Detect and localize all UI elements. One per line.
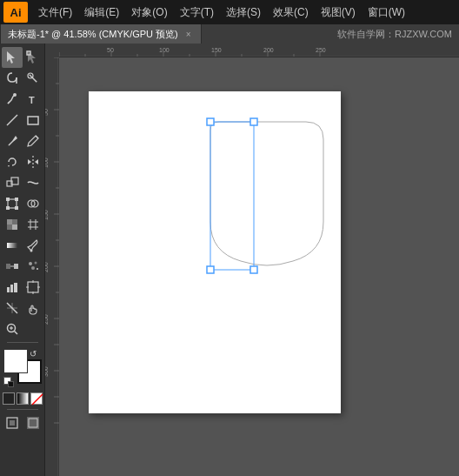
svg-point-37 xyxy=(29,262,32,265)
svg-rect-35 xyxy=(14,264,18,269)
handle-bottom-left[interactable] xyxy=(207,266,214,273)
slice-tool-btn[interactable] xyxy=(2,298,23,318)
svg-marker-13 xyxy=(28,159,31,164)
ai-logo: Ai xyxy=(3,2,28,23)
svg-text:100: 100 xyxy=(45,158,49,168)
lasso-tool-btn[interactable] xyxy=(2,68,23,89)
svg-text:250: 250 xyxy=(45,314,49,325)
tool-separator-1 xyxy=(7,342,38,343)
menu-bar: 文件(F) 编辑(E) 对象(O) 文字(T) 选择(S) 效果(C) 视图(V… xyxy=(33,3,456,22)
svg-text:150: 150 xyxy=(211,47,222,53)
tool-row-6 xyxy=(0,151,44,172)
svg-point-6 xyxy=(13,93,17,97)
artboard-tool-btn[interactable] xyxy=(23,277,43,298)
no-color-icon[interactable] xyxy=(30,392,43,405)
tool-row-8 xyxy=(0,193,44,214)
svg-text:50: 50 xyxy=(45,109,49,116)
svg-point-33 xyxy=(30,250,32,252)
svg-rect-20 xyxy=(6,206,10,210)
blend-tool-btn[interactable] xyxy=(2,256,23,277)
handle-top-left[interactable] xyxy=(207,118,214,125)
ruler-horizontal: 50 100 150 200 250 xyxy=(45,44,459,57)
handle-top-right[interactable] xyxy=(250,118,257,125)
tool-row-2 xyxy=(0,68,44,89)
solid-color-icon[interactable] xyxy=(3,392,15,405)
menu-effect[interactable]: 效果(C) xyxy=(268,3,314,22)
active-tab[interactable]: 未标题-1* @ 41.58% (CMYK/GPU 预览) × xyxy=(0,24,202,44)
svg-point-38 xyxy=(34,262,37,265)
svg-rect-42 xyxy=(10,285,13,292)
screen-mode-btn[interactable] xyxy=(2,412,23,433)
menu-view[interactable]: 视图(V) xyxy=(316,3,361,22)
column-graph-tool-btn[interactable] xyxy=(2,277,23,298)
eyedropper-tool-btn[interactable] xyxy=(23,235,43,256)
main-layout: T xyxy=(0,44,459,476)
scale-tool-btn[interactable] xyxy=(2,172,23,193)
type-tool-btn[interactable]: T xyxy=(23,89,43,110)
menu-select[interactable]: 选择(S) xyxy=(221,3,266,22)
rotate-tool-btn[interactable] xyxy=(2,151,23,172)
main-shape[interactable] xyxy=(210,122,323,265)
selection-tool-btn[interactable] xyxy=(2,47,23,68)
tool-row-10 xyxy=(0,235,44,256)
paintbrush-tool-btn[interactable] xyxy=(2,131,23,151)
shape-builder-tool-btn[interactable] xyxy=(23,193,43,214)
mesh-tool-btn[interactable] xyxy=(23,214,43,235)
svg-rect-27 xyxy=(12,225,17,230)
direct-selection-tool-btn[interactable] xyxy=(23,47,43,68)
tool-row-5 xyxy=(0,131,44,151)
svg-rect-34 xyxy=(6,264,10,269)
warp-tool-btn[interactable] xyxy=(23,172,43,193)
svg-text:150: 150 xyxy=(45,210,49,220)
reset-colors-icon[interactable] xyxy=(3,377,14,387)
svg-text:T: T xyxy=(29,95,35,105)
tool-separator-2 xyxy=(7,409,38,410)
fullscreen-mode-btn[interactable] xyxy=(23,412,43,433)
handle-bottom-right[interactable] xyxy=(250,266,257,273)
pen-tool-btn[interactable] xyxy=(2,89,23,110)
fill-color-box[interactable] xyxy=(3,349,28,373)
svg-rect-21 xyxy=(15,206,18,210)
menu-type[interactable]: 文字(T) xyxy=(175,3,219,22)
gradient-tool-btn[interactable] xyxy=(2,235,23,256)
live-paint-tool-btn[interactable] xyxy=(2,214,23,235)
color-area: ↺ xyxy=(3,349,42,387)
menu-file[interactable]: 文件(F) xyxy=(33,3,77,22)
svg-line-53 xyxy=(14,332,17,335)
ruler-corner xyxy=(45,44,59,57)
tab-right-info: 软件自学网：RJZXW.COM xyxy=(202,28,459,41)
symbol-sprayer-tool-btn[interactable] xyxy=(23,256,43,277)
svg-marker-11 xyxy=(8,165,10,167)
menu-object[interactable]: 对象(O) xyxy=(126,3,172,22)
menu-window[interactable]: 窗口(W) xyxy=(363,3,410,22)
menu-edit[interactable]: 编辑(E) xyxy=(79,3,124,22)
svg-marker-14 xyxy=(35,159,38,164)
svg-line-8 xyxy=(7,115,17,125)
line-segment-tool-btn[interactable] xyxy=(2,110,23,131)
hand-tool-btn[interactable] xyxy=(23,298,43,318)
svg-rect-44 xyxy=(28,282,38,292)
tool-row-7 xyxy=(0,172,44,193)
tab-close-button[interactable]: × xyxy=(183,29,194,40)
reflect-tool-btn[interactable] xyxy=(23,151,43,172)
rectangle-tool-btn[interactable] xyxy=(23,110,43,131)
title-bar: Ai 文件(F) 编辑(E) 对象(O) 文字(T) 选择(S) 效果(C) 视… xyxy=(0,0,459,24)
svg-point-39 xyxy=(31,266,35,270)
svg-point-40 xyxy=(37,268,38,270)
svg-text:50: 50 xyxy=(107,47,114,53)
zoom-tool-btn[interactable] xyxy=(2,318,23,339)
svg-marker-0 xyxy=(7,51,15,64)
magic-wand-tool-btn[interactable] xyxy=(23,68,43,89)
svg-text:300: 300 xyxy=(45,366,49,377)
gradient-icon[interactable] xyxy=(17,392,29,405)
tool-row-14 xyxy=(0,318,44,339)
svg-rect-32 xyxy=(7,243,17,248)
tool-row-1 xyxy=(0,47,44,68)
screen-mode-row xyxy=(0,412,44,433)
free-transform-tool-btn[interactable] xyxy=(2,193,23,214)
pencil-tool-btn[interactable] xyxy=(23,131,43,151)
svg-rect-25 xyxy=(12,219,17,225)
canvas-svg xyxy=(63,74,428,474)
svg-marker-1 xyxy=(28,51,36,64)
toolbar: T xyxy=(0,44,45,476)
